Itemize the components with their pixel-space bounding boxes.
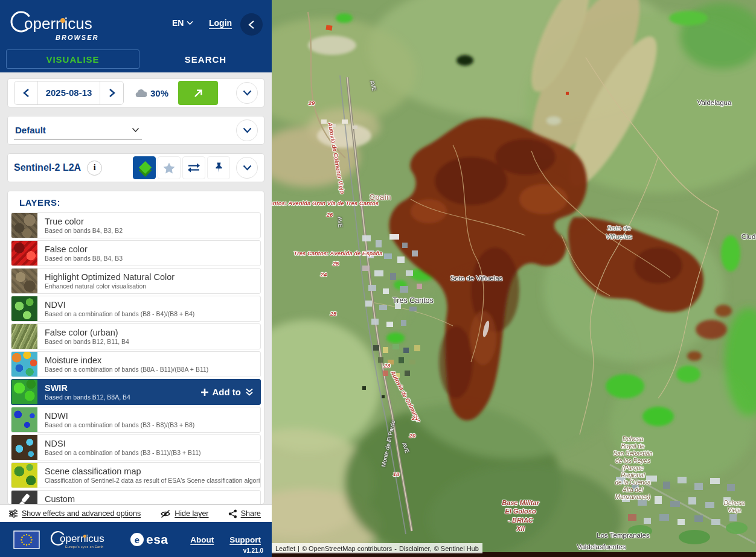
show-effects-label: Show effects and advanced options <box>22 509 141 518</box>
layer-row[interactable]: True color Based on bands B4, B3, B2 <box>11 212 261 238</box>
layer-thumbnail <box>11 490 37 504</box>
layer-row[interactable]: Highlight Optimized Natural Color Enhanc… <box>11 268 261 294</box>
layers-view-button[interactable] <box>133 156 156 179</box>
map[interactable]: ValdelaguaSpainTres Cantos: Avenida Gran… <box>272 0 756 557</box>
about-link[interactable]: About <box>190 535 214 544</box>
disclaimer-link[interactable]: Disclaimer, <box>399 545 432 552</box>
layer-row[interactable]: Custom Create custom visualisation <box>11 490 261 504</box>
chevron-down-icon <box>243 127 252 133</box>
layer-title: False color (urban) <box>45 327 260 338</box>
app-version: v1.21.0 <box>243 547 263 554</box>
layer-add-to-button[interactable]: Add to <box>200 387 254 397</box>
copernicus-logo: opernicus BROWSER <box>7 6 116 43</box>
plus-icon <box>200 388 209 396</box>
layer-thumbnail <box>11 407 37 433</box>
layer-title: Scene classification map <box>45 466 260 477</box>
language-label: EN <box>172 18 184 28</box>
expand-dataset-section-button[interactable] <box>236 157 258 179</box>
layer-thumbnail <box>11 323 37 349</box>
share-link[interactable]: Share <box>228 509 261 518</box>
layer-row[interactable]: False color (urban) Based on bands B12, … <box>11 323 261 349</box>
layer-thumbnail <box>11 462 37 488</box>
layer-row[interactable]: NDSI Based on a combination of bands (B3… <box>11 434 261 460</box>
layer-row[interactable]: NDVI Based on a combination of bands (B8… <box>11 296 261 322</box>
eu-flag-icon <box>13 530 40 549</box>
chevron-left-icon <box>248 20 255 30</box>
share-icon <box>228 509 237 518</box>
logo-subtitle: BROWSER <box>56 34 98 41</box>
layer-thumbnail <box>11 351 37 377</box>
sidebar: opernicus BROWSER EN Login VISUALISE SEA… <box>0 0 272 557</box>
cloud-icon <box>135 89 147 98</box>
layer-subtitle: Based on a combination of bands (B3 - B1… <box>45 449 260 457</box>
layer-thumbnail <box>11 296 37 322</box>
expand-theme-section-button[interactable] <box>236 119 258 141</box>
layer-subtitle: Based on bands B8, B4, B3 <box>45 255 260 263</box>
chevron-right-icon <box>109 88 115 98</box>
collapse-sidebar-button[interactable] <box>240 13 263 36</box>
logo-text: opernicus <box>60 533 104 545</box>
app-footer: opernicus Europe's eyes on Earth e esa A… <box>0 522 272 557</box>
layer-thumbnail <box>11 434 37 460</box>
chevron-down-icon <box>187 21 193 25</box>
attribution-separator: | <box>298 545 300 552</box>
theme-card: Default <box>7 116 264 145</box>
layer-title: SWIR <box>45 383 200 393</box>
arrow-up-right-icon <box>193 88 203 98</box>
layer-title: Highlight Optimized Natural Color <box>45 272 260 282</box>
layer-subtitle: Based on a combination of bands (B8 - B4… <box>45 310 260 319</box>
layer-subtitle: Classification of Sentinel-2 data as res… <box>45 477 260 485</box>
hide-layer-link[interactable]: Hide layer <box>160 509 208 518</box>
compare-arrows-icon <box>187 162 200 173</box>
caret-down-icon <box>132 127 139 133</box>
layer-row[interactable]: False color Based on bands B8, B4, B3 <box>11 240 261 266</box>
chevron-down-icon <box>243 165 252 171</box>
info-icon[interactable]: i <box>87 161 102 176</box>
osm-link[interactable]: © OpenStreetMap contributors <box>302 545 392 552</box>
sentinel-hub-link[interactable]: © Sentinel Hub <box>434 545 479 552</box>
layer-title: Custom <box>45 494 260 504</box>
map-attribution: Leaflet | © OpenStreetMap contributors -… <box>272 543 482 553</box>
footer-links: About Support <box>190 535 261 544</box>
sidebar-content: 2025-08-13 30% <box>0 72 272 522</box>
eye-off-icon <box>160 509 171 518</box>
login-link[interactable]: Login <box>209 18 232 28</box>
layer-actions-bar: Show effects and advanced options Hide l… <box>0 504 272 522</box>
pin-button[interactable] <box>207 156 230 179</box>
theme-selected-value: Default <box>15 125 46 135</box>
star-icon <box>162 162 176 174</box>
layer-subtitle: Based on a combination of bands (B3 - B8… <box>45 421 260 430</box>
tab-search[interactable]: SEARCH <box>139 49 272 69</box>
language-selector[interactable]: EN <box>172 18 193 28</box>
logo-orange-dot-icon <box>60 18 65 23</box>
expand-date-section-button[interactable] <box>236 82 258 104</box>
show-effects-link[interactable]: Show effects and advanced options <box>8 509 141 518</box>
support-link[interactable]: Support <box>229 535 261 544</box>
layer-row-selected[interactable]: SWIR Based on bands B12, B8A, B4 Add to <box>11 379 261 405</box>
esa-wordmark: esa <box>146 532 168 547</box>
logo-text: opernicus <box>24 14 92 33</box>
layer-thumbnail <box>11 268 37 294</box>
previous-date-button[interactable] <box>14 81 37 104</box>
esa-logo: e esa <box>130 532 168 547</box>
layer-thumbnail <box>11 240 37 266</box>
dataset-card: Sentinel-2 L2A i <box>7 153 264 182</box>
layer-subtitle: Based on bands B12, B8A, B4 <box>45 393 200 402</box>
favorite-button[interactable] <box>158 156 181 179</box>
next-date-button[interactable] <box>100 81 123 104</box>
layer-title: False color <box>45 244 260 255</box>
tab-visualise[interactable]: VISUALISE <box>6 49 139 69</box>
theme-select[interactable]: Default <box>14 121 142 139</box>
app-header: opernicus BROWSER EN Login VISUALISE SEA… <box>0 0 272 72</box>
layer-row[interactable]: Scene classification map Classification … <box>11 462 261 488</box>
sliders-icon <box>8 509 18 518</box>
zoom-to-tile-button[interactable] <box>178 81 218 105</box>
esa-e-icon: e <box>130 533 144 546</box>
layer-row[interactable]: Moisture index Based on a combination of… <box>11 351 261 377</box>
leaflet-link[interactable]: Leaflet <box>275 545 295 552</box>
layer-row[interactable]: NDWI Based on a combination of bands (B3… <box>11 407 261 433</box>
layers-heading: LAYERS: <box>19 197 261 208</box>
layer-title: True color <box>45 216 260 227</box>
compare-button[interactable] <box>182 156 205 179</box>
date-field[interactable]: 2025-08-13 <box>37 81 100 104</box>
